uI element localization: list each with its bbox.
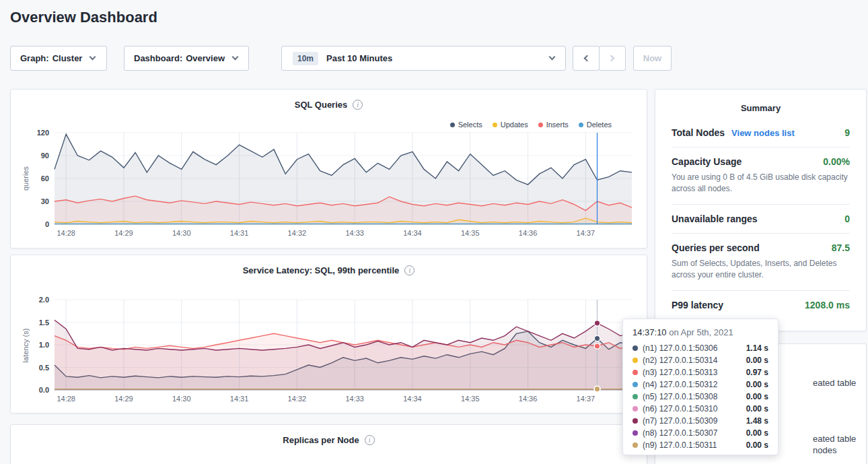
svg-text:14:37: 14:37 — [577, 229, 595, 237]
tooltip-node-value: 0.00 s — [746, 392, 768, 401]
svg-text:14:30: 14:30 — [172, 229, 191, 237]
tooltip-node-label: (n9) 127.0.0.1:50311 — [643, 440, 717, 450]
svg-text:90: 90 — [41, 152, 49, 160]
tooltip-node-value: 0.00 s — [746, 440, 768, 450]
summary-subtext: You are using 0 B of 4.5 GiB usable disk… — [672, 172, 850, 195]
summary-label: Total Nodes — [672, 127, 725, 138]
svg-text:14:31: 14:31 — [230, 229, 249, 237]
svg-text:30: 30 — [41, 197, 49, 205]
svg-text:1.0: 1.0 — [39, 341, 49, 349]
node-color-dot — [632, 345, 638, 351]
chart-hover-tooltip: 14:37:10 on Apr 5th, 2021 (n1) 127.0.0.1… — [622, 319, 779, 455]
tooltip-node-label: (n7) 127.0.0.1:50309 — [643, 416, 717, 426]
summary-value: 0.00% — [823, 156, 850, 167]
service-latency-plot[interactable]: 0.00.51.01.52.014:2814:2914:3014:3114:32… — [11, 255, 647, 413]
graph-dropdown-label: Graph: — [20, 53, 49, 63]
svg-text:14:34: 14:34 — [403, 229, 422, 237]
tooltip-row: (n5) 127.0.0.1:503080.00 s — [632, 391, 768, 403]
summary-value: 9 — [844, 127, 850, 138]
svg-text:14:34: 14:34 — [403, 395, 422, 403]
time-range-badge: 10m — [293, 52, 318, 65]
tooltip-row: (n1) 127.0.0.1:503061.14 s — [632, 342, 768, 354]
now-button[interactable]: Now — [633, 46, 672, 71]
svg-text:60: 60 — [41, 174, 49, 183]
svg-text:14:32: 14:32 — [288, 395, 307, 403]
svg-text:14:36: 14:36 — [519, 395, 538, 403]
node-color-dot — [632, 430, 638, 436]
tooltip-node-value: 0.00 s — [746, 404, 768, 413]
time-range-dropdown[interactable]: 10m Past 10 Minutes — [281, 46, 566, 71]
svg-text:14:32: 14:32 — [288, 229, 307, 237]
time-prev-button[interactable] — [573, 46, 600, 71]
svg-text:14:35: 14:35 — [461, 229, 480, 237]
svg-text:14:28: 14:28 — [57, 395, 75, 403]
node-color-dot — [632, 394, 638, 399]
chart-tooltip-rows: (n1) 127.0.0.1:503061.14 s(n2) 127.0.0.1… — [632, 342, 768, 451]
summary-panel: Summary Total Nodes View nodes list 9 Ca… — [655, 89, 867, 331]
summary-value: 0 — [844, 213, 850, 224]
dashboard-dropdown-value: Overview — [186, 53, 225, 63]
time-range-label: Past 10 Minutes — [326, 53, 392, 63]
svg-text:2.0: 2.0 — [39, 296, 49, 304]
summary-row-queries-per-second: Queries per second 87.5 Sum of Selects, … — [672, 234, 850, 291]
chevron-down-icon — [549, 54, 556, 61]
replicas-per-node-card: Replicas per Node 20 — [10, 424, 647, 464]
svg-text:14:36: 14:36 — [519, 229, 538, 237]
svg-text:0.5: 0.5 — [39, 364, 49, 372]
tooltip-node-label: (n1) 127.0.0.1:50306 — [643, 343, 717, 353]
svg-text:1.5: 1.5 — [39, 319, 49, 327]
svg-text:14:28: 14:28 — [57, 229, 75, 237]
tooltip-row: (n7) 127.0.0.1:503091.48 s — [632, 415, 768, 427]
svg-text:14:35: 14:35 — [461, 395, 480, 403]
tooltip-row: (n2) 127.0.0.1:503140.00 s — [632, 354, 768, 366]
svg-text:14:31: 14:31 — [230, 395, 249, 403]
graph-dropdown[interactable]: Graph: Cluster — [10, 46, 107, 71]
sql-queries-chart[interactable]: 030609012014:2814:2914:3014:3114:3214:33… — [11, 90, 647, 248]
tooltip-node-value: 0.97 s — [746, 368, 768, 377]
tooltip-timestamp: 14:37:10 on Apr 5th, 2021 — [632, 327, 768, 337]
node-color-dot — [632, 358, 638, 363]
node-color-dot — [632, 382, 638, 387]
tooltip-date: on Apr 5th, 2021 — [667, 327, 733, 337]
svg-text:14:37: 14:37 — [577, 395, 595, 403]
tooltip-node-value: 1.48 s — [746, 416, 768, 426]
tooltip-node-label: (n8) 127.0.0.1:50307 — [643, 428, 717, 438]
summary-row-p99-latency: P99 latency 1208.0 ms — [672, 291, 850, 319]
info-icon[interactable] — [365, 435, 375, 445]
graph-dropdown-value: Cluster — [52, 53, 83, 63]
summary-label: Queries per second — [672, 242, 760, 253]
svg-text:14:29: 14:29 — [114, 229, 133, 237]
tooltip-node-value: 0.00 s — [746, 356, 768, 365]
summary-value: 1208.0 ms — [805, 300, 850, 310]
summary-label: P99 latency — [672, 300, 723, 310]
service-latency-chart[interactable]: 0.00.51.01.52.014:2814:2914:3014:3114:32… — [11, 255, 647, 413]
tooltip-node-value: 0.00 s — [746, 428, 768, 438]
time-next-button[interactable] — [599, 46, 626, 71]
summary-row-unavailable-ranges: Unavailable ranges 0 — [672, 205, 850, 234]
tooltip-row: (n3) 127.0.0.1:503130.97 s — [632, 366, 768, 378]
view-nodes-list-link[interactable]: View nodes list — [731, 128, 795, 138]
tooltip-node-label: (n3) 127.0.0.1:50313 — [643, 368, 717, 377]
dashboard-dropdown[interactable]: Dashboard: Overview — [124, 46, 249, 71]
event-text-fragment: eated table — [813, 378, 856, 388]
svg-text:120: 120 — [37, 129, 49, 137]
node-color-dot — [632, 406, 638, 411]
node-color-dot — [632, 418, 638, 424]
svg-text:0.0: 0.0 — [39, 386, 49, 394]
chevron-down-icon — [232, 54, 239, 61]
svg-text:14:33: 14:33 — [345, 229, 364, 237]
sql-queries-plot[interactable]: 030609012014:2814:2914:3014:3114:3214:33… — [11, 90, 647, 248]
tooltip-row: (n8) 127.0.0.1:503070.00 s — [632, 427, 768, 439]
svg-text:14:29: 14:29 — [114, 395, 133, 403]
svg-text:0: 0 — [45, 220, 49, 228]
summary-title: Summary — [672, 90, 850, 119]
tooltip-node-value: 1.14 s — [746, 343, 768, 353]
service-latency-card: Service Latency: SQL, 99th percentile la… — [10, 255, 647, 413]
event-text-fragment: nodes — [813, 445, 836, 455]
node-color-dot — [632, 442, 638, 448]
page-title: Overview Dashboard — [10, 9, 157, 26]
tooltip-node-label: (n6) 127.0.0.1:50310 — [643, 404, 717, 413]
event-text-fragment: eated table — [813, 434, 856, 444]
summary-row-total-nodes: Total Nodes View nodes list 9 — [672, 119, 850, 147]
chevron-left-icon — [584, 55, 591, 62]
